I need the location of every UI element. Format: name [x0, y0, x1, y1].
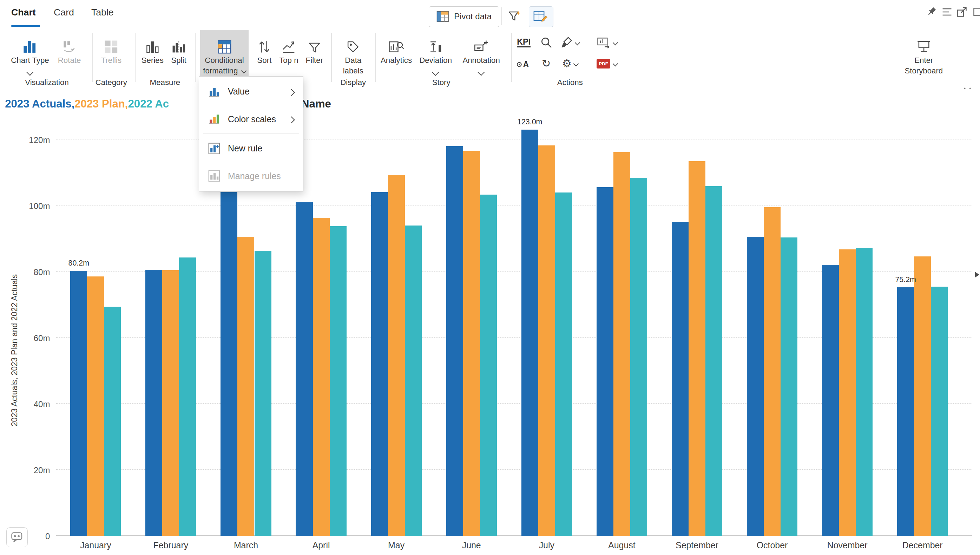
bar-2023-actuals[interactable] — [70, 271, 87, 536]
open-external-button[interactable] — [955, 5, 969, 19]
font-color-button[interactable]: A — [515, 56, 533, 72]
bar-2023-actuals[interactable] — [672, 222, 689, 536]
enter-storyboard-button[interactable]: Enter Storyboard — [893, 30, 955, 77]
data-labels-button[interactable]: Data labels — [335, 30, 371, 77]
rotate-button[interactable]: Rotate — [55, 30, 84, 77]
bar-group-january: 80.2m — [70, 115, 121, 536]
annotation-button[interactable]: Annotation — [459, 30, 504, 77]
pivot-data-button[interactable]: Pivot data — [429, 6, 499, 27]
bar-2023-actuals[interactable] — [747, 237, 764, 536]
bar-2023-plan[interactable] — [689, 161, 705, 536]
bar-2022-actuals[interactable] — [480, 195, 497, 536]
bar-2022-actuals[interactable] — [630, 178, 647, 536]
search-button[interactable] — [538, 34, 555, 51]
bar-2023-plan[interactable] — [162, 270, 179, 536]
x-axis-label: October — [735, 540, 810, 550]
bar-2023-plan[interactable] — [839, 249, 856, 536]
refresh-button[interactable]: ↻ — [538, 56, 555, 72]
annotation-icon — [459, 30, 504, 54]
bar-2022-actuals[interactable] — [781, 237, 797, 536]
menu-item-new-rule[interactable]: New rule — [199, 135, 303, 162]
deviation-button[interactable]: Deviation — [416, 30, 455, 77]
conditional-formatting-button[interactable]: Conditional formatting — [200, 30, 249, 77]
bar-2023-plan[interactable] — [87, 276, 104, 536]
bar-2023-actuals[interactable] — [221, 192, 237, 536]
brush-button[interactable] — [557, 34, 583, 51]
trellis-label: Trellis — [96, 56, 126, 65]
bar-2022-actuals[interactable] — [330, 226, 347, 536]
group-separator — [92, 33, 93, 82]
bar-2022-actuals[interactable] — [555, 192, 572, 536]
svg-text:A: A — [523, 59, 529, 69]
bar-2023-plan[interactable] — [914, 257, 931, 536]
bar-group-november — [822, 115, 873, 536]
filter-icon — [303, 30, 327, 54]
bar-2023-actuals[interactable] — [446, 146, 463, 536]
bar-2023-plan[interactable] — [463, 151, 480, 536]
kpi-button[interactable]: KPI — [515, 34, 533, 51]
sort-button[interactable]: Sort — [253, 30, 276, 77]
chart-canvas: 2023 Actuals,2023 Plan,2022 Ac Name 2023… — [0, 89, 980, 555]
bar-2022-actuals[interactable] — [405, 226, 422, 536]
bar-2022-actuals[interactable] — [104, 306, 121, 536]
tab-card[interactable]: Card — [54, 7, 74, 18]
menu-item-value[interactable]: Value — [199, 78, 303, 105]
filter-sparkle-button[interactable] — [505, 7, 524, 25]
bar-2023-plan[interactable] — [388, 175, 405, 536]
tab-table[interactable]: Table — [91, 7, 114, 18]
pdf-icon: PDF — [597, 59, 610, 69]
topbar-separator — [501, 7, 502, 25]
bar-2023-actuals[interactable] — [597, 187, 613, 536]
bar-2023-actuals[interactable] — [897, 287, 914, 536]
y-tick-label: 80m — [20, 267, 50, 277]
edit-table-button[interactable] — [529, 6, 553, 27]
top-n-button[interactable]: Top n — [276, 30, 301, 77]
bar-2023-actuals[interactable] — [822, 265, 839, 536]
rotate-label: Rotate — [55, 56, 84, 65]
series-label: Series — [140, 56, 165, 65]
list-button[interactable] — [940, 5, 954, 19]
collapse-pane-arrow[interactable] — [975, 272, 979, 278]
chevron-down-icon — [477, 69, 485, 76]
bar-2023-actuals[interactable] — [521, 130, 538, 536]
chevron-down-icon — [26, 69, 34, 76]
chevron-right-icon — [288, 89, 295, 96]
split-icon — [166, 30, 191, 54]
bar-group-october — [747, 115, 797, 536]
bar-2022-actuals[interactable] — [705, 186, 722, 536]
chevron-down-icon — [613, 61, 618, 66]
settings-button[interactable]: ⚙ — [557, 56, 583, 72]
bar-2023-plan[interactable] — [764, 207, 781, 536]
bar-2023-plan[interactable] — [613, 152, 630, 536]
bar-2023-actuals[interactable] — [371, 192, 388, 536]
bar-2022-actuals[interactable] — [179, 257, 196, 536]
export-pdf-button[interactable]: PDF — [592, 56, 621, 72]
export-slides-button[interactable] — [592, 34, 621, 51]
pin-button[interactable] — [924, 5, 938, 19]
chevron-down-icon — [573, 61, 579, 66]
chart-type-button[interactable]: Chart Type — [9, 30, 51, 77]
feedback-button[interactable] — [6, 527, 28, 547]
filter-button[interactable]: Filter — [303, 30, 327, 77]
chart-type-icon — [9, 30, 51, 54]
bar-2023-plan[interactable] — [237, 237, 254, 536]
bar-2022-actuals[interactable] — [931, 287, 948, 536]
menu-item-color-scales[interactable]: Color scales — [199, 105, 303, 133]
trellis-button[interactable]: Trellis — [96, 30, 126, 77]
tab-chart[interactable]: Chart — [11, 7, 36, 18]
clipped-window-button[interactable] — [971, 5, 980, 19]
pivot-table-icon — [436, 11, 449, 22]
bar-2023-plan[interactable] — [538, 146, 555, 536]
series-button[interactable]: Series — [140, 30, 165, 77]
menu-item-manage-rules[interactable]: Manage rules — [199, 162, 303, 190]
bar-2023-actuals[interactable] — [296, 202, 312, 536]
bar-2022-actuals[interactable] — [255, 251, 271, 536]
analytics-button[interactable]: Analytics — [380, 30, 413, 77]
bar-2022-actuals[interactable] — [856, 248, 873, 536]
y-tick-label: 100m — [20, 201, 50, 211]
split-button[interactable]: Split — [166, 30, 191, 77]
bar-2023-actuals[interactable] — [146, 270, 162, 536]
bar-2023-plan[interactable] — [313, 218, 330, 536]
menu-item-value-label: Value — [228, 87, 250, 96]
annotation-label: Annotation — [459, 56, 504, 65]
